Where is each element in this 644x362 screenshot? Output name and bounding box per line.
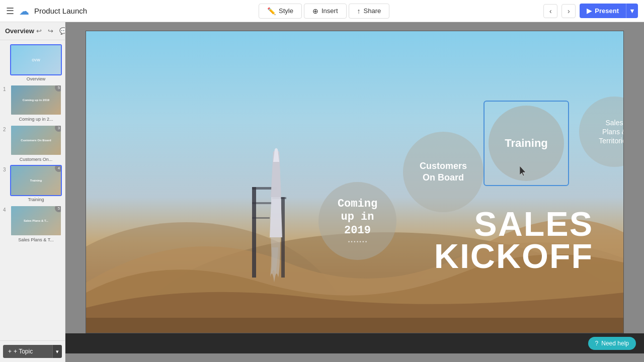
slide-badge-3: 4 — [55, 165, 62, 172]
sidebar-header-actions: ↩ ↪ 💬 — [34, 26, 65, 36]
coming-up-text: Comingup in2019 — [338, 198, 377, 237]
comment-button[interactable]: 💬 — [57, 26, 65, 36]
slide-badge-2: 3 — [55, 125, 62, 132]
present-dropdown-arrow[interactable]: ▾ — [626, 4, 638, 18]
sales-kickoff-text: SALES KICKOFF — [434, 208, 593, 273]
plus-icon: + — [8, 348, 12, 355]
prev-slide-button[interactable]: ‹ — [543, 4, 557, 18]
sidebar-header: Overview ↩ ↪ 💬 — [0, 22, 65, 40]
bubble-training-wrapper[interactable]: Training — [489, 106, 564, 181]
bubble-coming-up[interactable]: Comingup in2019 • • • • • • • — [318, 182, 396, 260]
customers-text: CustomersOn Board — [420, 160, 467, 184]
share-button[interactable]: ↑ Share — [349, 4, 390, 19]
slides-list: OVW Overview 1 Coming up in 2019 5 — [0, 40, 65, 340]
bubble-training[interactable]: Training — [489, 106, 564, 181]
top-bar: ☰ ☁ Product Launch ✏️ Style ⊕ Insert ↑ S… — [0, 0, 644, 22]
sidebar-title: Overview — [5, 27, 34, 35]
slide-thumb-overview[interactable]: OVW — [10, 44, 62, 75]
slide-number-2: 2 — [3, 127, 8, 132]
slide-item-2[interactable]: 2 Customers On Board 3 Customers On... — [3, 125, 62, 162]
sales-plans-text: SalesPlans &Territories — [599, 118, 624, 146]
present-label: Present — [595, 7, 619, 15]
add-topic-button[interactable]: + + Topic — [3, 345, 52, 358]
rocket-svg — [252, 147, 297, 288]
slide-label-overview: Overview — [10, 76, 62, 81]
insert-icon: ⊕ — [312, 7, 318, 15]
coming-up-subtext: • • • • • • • — [338, 239, 377, 244]
slide-label-3: Training — [10, 197, 62, 202]
help-icon: ? — [595, 340, 599, 347]
svg-rect-6 — [252, 202, 272, 204]
slide-thumb-4[interactable]: Sales Plans & T... 5 — [10, 205, 62, 236]
slide-label-2: Customers On... — [10, 157, 62, 162]
document-title: Product Launch — [34, 7, 87, 15]
add-topic-dropdown-button[interactable]: ▾ — [52, 345, 62, 358]
slide-item-4[interactable]: 4 Sales Plans & T... 5 Sales Plans & T..… — [3, 205, 62, 242]
tagline-line1: SALES — [434, 208, 593, 240]
sidebar: Overview ↩ ↪ 💬 OVW Overview — [0, 22, 65, 362]
slide-badge-1: 5 — [55, 84, 62, 92]
cloud-icon: ☁ — [19, 5, 29, 17]
style-icon: ✏️ — [267, 7, 276, 15]
hamburger-icon[interactable]: ☰ — [6, 6, 14, 17]
slide-thumb-3[interactable]: Training 4 — [10, 165, 62, 196]
slide-canvas[interactable]: Comingup in2019 • • • • • • • CustomersO… — [86, 31, 624, 333]
style-button[interactable]: ✏️ Style — [259, 4, 302, 19]
slide-badge-4: 5 — [55, 205, 62, 212]
share-icon: ↑ — [357, 7, 361, 15]
undo-button[interactable]: ↩ — [34, 26, 44, 36]
slide-item-overview[interactable]: OVW Overview — [3, 44, 62, 81]
slide-item-3[interactable]: 3 Training 4 Training — [3, 165, 62, 202]
slide-thumb-1[interactable]: Coming up in 2019 5 — [10, 84, 62, 116]
slide-label-4: Sales Plans & T... — [10, 237, 62, 242]
bubble-customers[interactable]: CustomersOn Board — [403, 132, 484, 212]
slide-number-3: 3 — [3, 167, 8, 172]
topbar-right: ‹ › ▶ Present ▾ — [537, 4, 644, 18]
svg-rect-7 — [252, 217, 270, 219]
tagline-line2: KICKOFF — [434, 240, 593, 273]
main-layout: Overview ↩ ↪ 💬 OVW Overview — [0, 22, 644, 362]
add-topic-bar: + + Topic ▾ — [0, 340, 65, 362]
insert-button[interactable]: ⊕ Insert — [304, 4, 347, 19]
bottom-bar: ? Need help — [65, 333, 644, 353]
play-icon: ▶ — [587, 7, 592, 15]
slide-number-1: 1 — [3, 86, 8, 92]
present-button[interactable]: ▶ Present ▾ — [580, 4, 638, 18]
canvas-area: Comingup in2019 • • • • • • • CustomersO… — [65, 22, 644, 362]
topbar-center: ✏️ Style ⊕ Insert ↑ Share — [111, 4, 537, 19]
need-help-button[interactable]: ? Need help — [588, 337, 636, 350]
slide-number-4: 4 — [3, 207, 8, 213]
need-help-label: Need help — [601, 340, 629, 347]
next-slide-button[interactable]: › — [561, 4, 576, 18]
slide-label-1: Coming up in 2... — [10, 117, 62, 122]
slide-item-1[interactable]: 1 Coming up in 2019 5 Coming up in 2... — [3, 84, 62, 122]
svg-rect-3 — [86, 318, 623, 333]
topbar-left: ☰ ☁ Product Launch — [0, 5, 111, 17]
training-text: Training — [505, 137, 548, 150]
slide-thumb-2[interactable]: Customers On Board 3 — [10, 125, 62, 156]
svg-rect-4 — [252, 187, 256, 278]
redo-button[interactable]: ↪ — [46, 26, 55, 36]
